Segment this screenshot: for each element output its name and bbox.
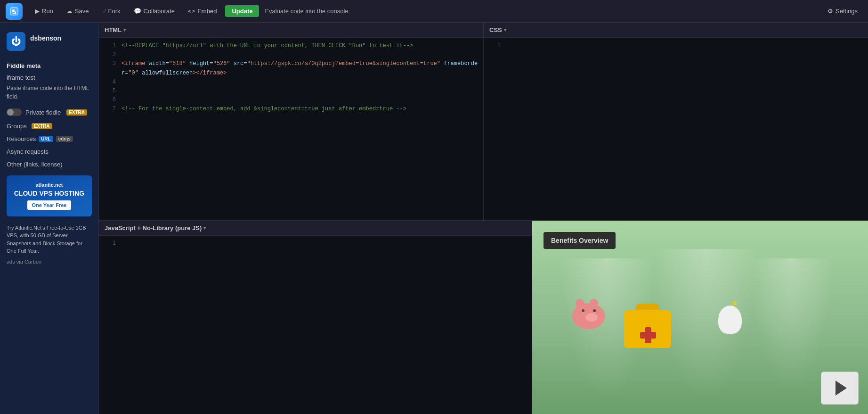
groups-row[interactable]: Groups EXTRA	[0, 120, 98, 132]
css-line-1: 1	[484, 41, 868, 50]
main-layout: ⏻ dsbenson ... Fiddle meta iframe test P…	[0, 23, 868, 414]
ad-description: Try Atlantic.Net's Free-to-Use 1GB VPS, …	[0, 221, 98, 258]
fiddle-meta-title: Fiddle meta	[0, 58, 98, 72]
run-button[interactable]: ▶ Run	[30, 5, 58, 17]
resources-row[interactable]: Resources URL cdnjs	[0, 132, 98, 145]
css-header: CSS ▾	[484, 23, 868, 38]
code-line-2: 2	[99, 50, 483, 59]
play-icon	[836, 381, 847, 396]
save-label: Save	[75, 8, 89, 15]
fork-button[interactable]: ⑂ Fork	[97, 5, 125, 17]
tooth-character: ★	[716, 296, 744, 334]
update-description: Evaluate code into the console	[265, 8, 348, 15]
kit-handle	[636, 304, 659, 310]
async-requests-label: Async requests	[7, 148, 49, 155]
tooth-body	[718, 306, 742, 334]
code-line-4: 4	[99, 78, 483, 87]
username: dsbenson	[30, 34, 61, 42]
ad-logo: atlantic.net	[13, 182, 85, 188]
pig-snout	[585, 313, 598, 322]
code-line-5: 5	[99, 87, 483, 96]
js-header: JavaScript + No-Library (pure JS) ▾	[99, 221, 532, 236]
spotlight-3	[749, 258, 834, 390]
embed-label: Embed	[197, 8, 217, 15]
async-requests-row[interactable]: Async requests	[0, 145, 98, 158]
preview-scene: ★ Benefits Overview	[532, 221, 868, 414]
url-badge: URL	[39, 136, 53, 142]
css-label: CSS	[489, 26, 502, 33]
editors-row: HTML ▾ 1 <!--REPLACE "https://url" with …	[99, 23, 868, 221]
resources-label: Resources	[7, 135, 36, 142]
preview-title: Benefits Overview	[544, 232, 616, 249]
save-icon: ☁	[66, 8, 73, 15]
settings-icon: ⚙	[827, 8, 833, 15]
user-info: dsbenson ...	[30, 34, 61, 49]
ad-image[interactable]: atlantic.net CLOUD VPS HOSTING One Year …	[7, 175, 92, 216]
toggle-knob	[7, 109, 14, 116]
groups-label: Groups	[7, 123, 27, 130]
settings-button[interactable]: ⚙ Settings	[823, 5, 862, 17]
embed-icon: <>	[188, 8, 195, 15]
private-label: Private fiddle	[25, 109, 61, 116]
css-editor[interactable]: 1	[484, 38, 868, 220]
html-chevron-icon: ▾	[123, 27, 126, 33]
embed-button[interactable]: <> Embed	[183, 5, 221, 17]
collaborate-icon: 💬	[134, 8, 141, 15]
pig-body	[572, 303, 605, 329]
css-chevron-icon: ▾	[504, 27, 506, 33]
first-aid-kit	[622, 301, 673, 348]
code-line-6: 6	[99, 96, 483, 105]
private-toggle[interactable]	[7, 108, 22, 116]
user-avatar: ⏻	[7, 32, 25, 51]
ad-section: atlantic.net CLOUD VPS HOSTING One Year …	[7, 175, 92, 216]
html-label: HTML	[105, 26, 122, 33]
groups-badge: EXTRA	[32, 123, 52, 129]
play-button[interactable]	[821, 372, 859, 405]
html-editor[interactable]: 1 <!--REPLACE "https://url" with the URL…	[99, 38, 483, 220]
cdnjs-badge: cdnjs	[56, 136, 73, 142]
top-nav: ▶ Run ☁ Save ⑂ Fork 💬 Collaborate <> Emb…	[0, 0, 868, 23]
pig-eye-left	[582, 309, 584, 312]
code-line-3: 3 <iframe width="618" height="526" src="…	[99, 59, 483, 77]
update-label: Update	[232, 8, 252, 15]
private-badge: EXTRA	[66, 109, 87, 116]
fork-icon: ⑂	[102, 8, 106, 15]
ad-footer: ads via Carbon	[0, 258, 98, 265]
bottom-row: JavaScript + No-Library (pure JS) ▾ 1	[99, 221, 868, 414]
html-panel: HTML ▾ 1 <!--REPLACE "https://url" with …	[99, 23, 484, 220]
pig-eye-right	[593, 309, 596, 312]
kit-cross-vertical	[645, 327, 651, 343]
html-header: HTML ▾	[99, 23, 483, 38]
avatar-icon: ⏻	[11, 36, 21, 47]
js-chevron-icon: ▾	[203, 225, 206, 231]
private-fiddle-row: Private fiddle EXTRA	[0, 105, 98, 120]
save-button[interactable]: ☁ Save	[62, 5, 94, 17]
css-panel: CSS ▾ 1	[484, 23, 868, 220]
ad-cta: One Year Free	[27, 200, 72, 210]
js-line-1: 1	[99, 240, 532, 247]
settings-label: Settings	[836, 8, 858, 15]
user-dots: ...	[30, 42, 61, 49]
code-line-7: 7 <!-- For the single-content embed, add…	[99, 105, 483, 114]
fork-label: Fork	[108, 8, 121, 15]
app-logo	[6, 3, 23, 20]
pig-character	[570, 296, 608, 329]
js-editor[interactable]: 1	[99, 236, 532, 414]
js-panel: JavaScript + No-Library (pure JS) ▾ 1	[99, 221, 532, 414]
sidebar: ⏻ dsbenson ... Fiddle meta iframe test P…	[0, 23, 99, 414]
code-line-1: 1 <!--REPLACE "https://url" with the URL…	[99, 41, 483, 50]
update-button[interactable]: Update	[225, 5, 259, 17]
kit-body	[624, 310, 671, 348]
user-section: ⏻ dsbenson ...	[0, 28, 98, 58]
preview-panel: ★ Benefits Overview	[532, 221, 868, 414]
fiddle-description: Paste iframe code into the HTML field.	[0, 83, 98, 105]
other-label: Other (links, license)	[7, 161, 62, 168]
editor-area: HTML ▾ 1 <!--REPLACE "https://url" with …	[99, 23, 868, 414]
collaborate-button[interactable]: 💬 Collaborate	[129, 5, 180, 17]
js-label: JavaScript + No-Library (pure JS)	[105, 224, 202, 232]
ad-title: CLOUD VPS HOSTING	[13, 190, 85, 198]
fiddle-title: iframe test	[0, 72, 98, 83]
kit-cross	[640, 332, 656, 339]
other-row[interactable]: Other (links, license)	[0, 158, 98, 171]
run-label: Run	[42, 8, 53, 15]
